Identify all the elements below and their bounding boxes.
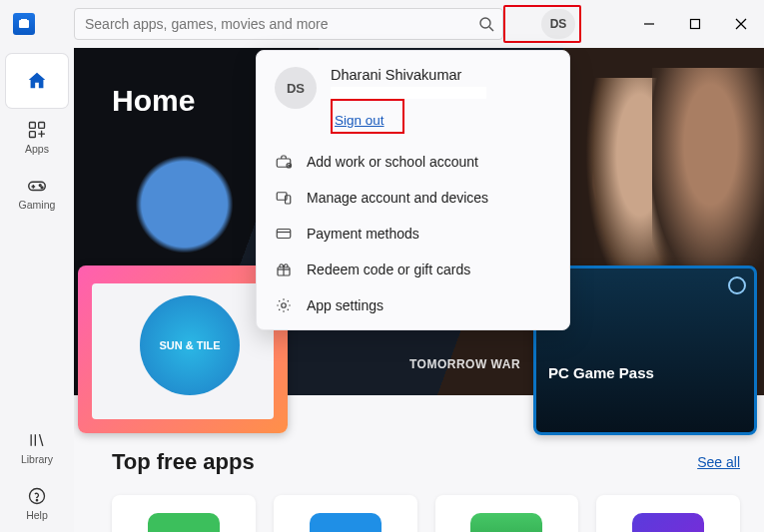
- menu-label: Add work or school account: [307, 154, 478, 170]
- nav-library[interactable]: Library: [6, 420, 68, 474]
- nav-label: Help: [26, 509, 48, 521]
- svg-point-18: [36, 500, 37, 501]
- user-email-redacted: [331, 87, 486, 99]
- svg-line-16: [40, 434, 43, 446]
- devices-icon: [275, 189, 293, 207]
- store-app-icon: [0, 13, 48, 35]
- window-close-button[interactable]: [718, 8, 764, 40]
- gear-icon: [275, 296, 293, 314]
- gaming-icon: [26, 175, 48, 197]
- user-name: Dharani Shivakumar: [331, 67, 486, 83]
- signout-highlight: Sign out: [331, 99, 404, 134]
- svg-line-1: [489, 27, 493, 31]
- hero-card-title: PC Game Pass: [548, 364, 654, 381]
- search-box[interactable]: [74, 8, 503, 40]
- nav-label: Library: [21, 453, 53, 465]
- menu-label: App settings: [307, 297, 383, 313]
- menu-manage-account[interactable]: Manage account and devices: [257, 180, 569, 216]
- nav-gaming[interactable]: Gaming: [6, 166, 68, 220]
- hero-caption-a: TOMORROW WAR: [409, 357, 520, 371]
- window-minimize-button[interactable]: [626, 8, 672, 40]
- menu-add-work-account[interactable]: Add work or school account: [257, 144, 569, 180]
- hero-card-tile: SUN & TILE: [140, 295, 240, 395]
- app-card[interactable]: [435, 495, 579, 532]
- nav-label: Gaming: [19, 199, 56, 211]
- see-all-link[interactable]: See all: [697, 454, 740, 470]
- nav-apps[interactable]: Apps: [6, 110, 68, 164]
- menu-label: Redeem code or gift cards: [307, 262, 470, 277]
- menu-avatar: DS: [275, 67, 317, 109]
- nav-home[interactable]: [6, 54, 68, 108]
- app-card[interactable]: [596, 495, 740, 532]
- search-input[interactable]: [83, 15, 478, 33]
- home-icon: [26, 70, 48, 92]
- menu-redeem-code[interactable]: Redeem code or gift cards: [257, 252, 569, 287]
- app-card[interactable]: [274, 495, 417, 532]
- svg-rect-7: [39, 123, 45, 129]
- svg-rect-8: [30, 132, 36, 138]
- search-icon[interactable]: [478, 16, 494, 32]
- svg-rect-6: [30, 123, 36, 129]
- account-avatar[interactable]: DS: [541, 9, 575, 39]
- account-menu: DS Dharani Shivakumar Sign out Add work …: [256, 50, 570, 330]
- page-title: Home: [112, 84, 195, 118]
- app-card[interactable]: [112, 495, 256, 532]
- section-title: Top free apps: [112, 449, 255, 475]
- nav-help[interactable]: Help: [6, 476, 68, 530]
- svg-point-12: [39, 185, 41, 187]
- svg-rect-23: [277, 230, 291, 239]
- avatar-highlight: DS: [503, 5, 581, 43]
- info-icon: [728, 276, 746, 294]
- menu-app-settings[interactable]: App settings: [257, 287, 569, 323]
- svg-rect-3: [691, 20, 700, 29]
- card-icon: [275, 225, 293, 243]
- window-maximize-button[interactable]: [672, 8, 718, 40]
- svg-point-0: [480, 18, 490, 28]
- svg-point-13: [41, 187, 43, 189]
- menu-payment-methods[interactable]: Payment methods: [257, 216, 569, 252]
- briefcase-icon: [275, 153, 293, 171]
- nav-label: Apps: [25, 143, 49, 155]
- sign-out-link[interactable]: Sign out: [335, 112, 384, 129]
- svg-point-27: [282, 303, 287, 308]
- menu-label: Manage account and devices: [307, 190, 488, 206]
- apps-icon: [26, 119, 48, 141]
- help-icon: [26, 485, 48, 507]
- menu-label: Payment methods: [307, 226, 419, 242]
- gift-icon: [275, 261, 293, 278]
- library-icon: [26, 429, 48, 451]
